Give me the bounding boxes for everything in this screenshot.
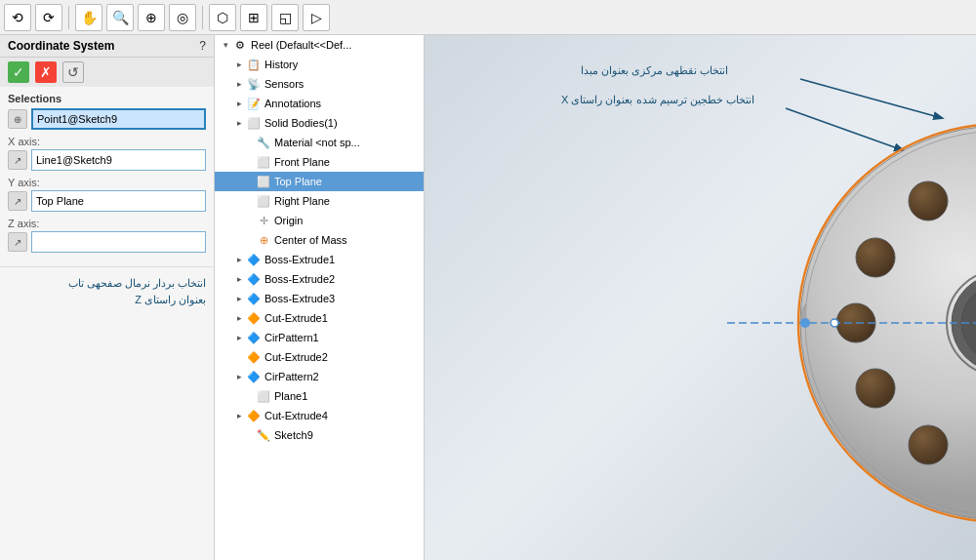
root-expand-icon[interactable]: ▾ bbox=[219, 40, 232, 50]
root-icon: ⚙ bbox=[232, 37, 248, 53]
tree-item-sketch9[interactable]: ✏️ Sketch9 bbox=[215, 425, 424, 445]
front-plane-label: Front Plane bbox=[274, 156, 330, 168]
history-label: History bbox=[264, 59, 298, 70]
cut4-expand-icon[interactable]: ▸ bbox=[232, 411, 246, 420]
cut2-icon: 🔶 bbox=[246, 349, 262, 365]
cut4-icon: 🔶 bbox=[246, 408, 262, 423]
sketch9-label: Sketch9 bbox=[274, 429, 313, 441]
tree-item-top-plane[interactable]: ⬜ Top Plane bbox=[215, 172, 424, 191]
tree-item-cut-extrude4[interactable]: ▸ 🔶 Cut-Extrude4 bbox=[215, 406, 424, 425]
toolbar-btn-1[interactable]: ⟲ bbox=[4, 4, 31, 31]
material-icon: 🔧 bbox=[256, 135, 271, 150]
toolbar-btn-3[interactable]: ✋ bbox=[75, 4, 102, 31]
help-icon[interactable]: ? bbox=[199, 39, 206, 53]
com-label: Center of Mass bbox=[274, 234, 347, 246]
svg-point-23 bbox=[800, 318, 810, 328]
sensors-icon: 📡 bbox=[246, 76, 262, 92]
viewport-svg bbox=[425, 35, 976, 560]
tree-item-plane1[interactable]: ⬜ Plane1 bbox=[215, 386, 424, 406]
toolbar-btn-8[interactable]: ⊞ bbox=[240, 4, 267, 31]
point-input-row: ⊕ bbox=[8, 108, 206, 130]
toolbar-btn-6[interactable]: ◎ bbox=[169, 4, 196, 31]
coordinate-system-header: Coordinate System ? bbox=[0, 35, 214, 58]
tree-item-history[interactable]: ▸ 📋 History bbox=[215, 55, 424, 74]
tree-item-sensors[interactable]: ▸ 📡 Sensors bbox=[215, 74, 424, 94]
y-axis-input[interactable] bbox=[31, 190, 206, 212]
tree-item-boss-extrude1[interactable]: ▸ 🔷 Boss-Extrude1 bbox=[215, 250, 424, 269]
right-plane-label: Right Plane bbox=[274, 195, 330, 207]
tree-item-center-of-mass[interactable]: ⊕ Center of Mass bbox=[215, 230, 424, 250]
svg-point-24 bbox=[831, 319, 838, 327]
confirm-ok-button[interactable]: ✓ bbox=[8, 61, 29, 83]
selections-section: Selections ⊕ X axis: ↗ Y axis: bbox=[0, 87, 214, 262]
sensors-label: Sensors bbox=[264, 78, 304, 90]
material-label: Material <not sp... bbox=[274, 137, 360, 148]
tree-item-cut-extrude1[interactable]: ▸ 🔶 Cut-Extrude1 bbox=[215, 308, 424, 328]
selections-label: Selections bbox=[8, 93, 206, 104]
plane1-icon: ⬜ bbox=[256, 388, 271, 404]
toolbar-btn-2[interactable]: ⟳ bbox=[35, 4, 62, 31]
confirm-row: ✓ ✗ ↺ bbox=[0, 58, 214, 87]
toolbar-btn-7[interactable]: ⬡ bbox=[209, 4, 236, 31]
tree-item-cut-extrude2[interactable]: 🔶 Cut-Extrude2 bbox=[215, 347, 424, 367]
solid-bodies-expand-icon[interactable]: ▸ bbox=[232, 118, 246, 128]
rebuild-button[interactable]: ↺ bbox=[62, 61, 84, 83]
x-axis-input[interactable] bbox=[31, 149, 206, 171]
z-axis-input[interactable] bbox=[31, 231, 206, 253]
z-axis-annotation: انتخاب بردار نرمال صفحهی تاببعنوان راستا… bbox=[0, 266, 214, 315]
tree-root[interactable]: ▾ ⚙ Reel (Default<<Def... bbox=[215, 35, 424, 55]
com-icon: ⊕ bbox=[256, 232, 271, 248]
cut2-label: Cut-Extrude2 bbox=[264, 351, 328, 363]
top-plane-icon: ⬜ bbox=[256, 174, 271, 189]
tree-item-solid-bodies[interactable]: ▸ ⬜ Solid Bodies(1) bbox=[215, 113, 424, 133]
tree-item-cirpattern1[interactable]: ▸ 🔷 CirPattern1 bbox=[215, 328, 424, 347]
boss1-icon: 🔷 bbox=[246, 252, 262, 267]
header-icons: ? bbox=[199, 39, 206, 53]
tree-item-front-plane[interactable]: ⬜ Front Plane bbox=[215, 152, 424, 172]
z-axis-field: Z axis: ↗ bbox=[8, 218, 206, 253]
boss2-label: Boss-Extrude2 bbox=[264, 273, 335, 285]
x-axis-icon: ↗ bbox=[8, 150, 27, 170]
svg-line-1 bbox=[786, 108, 903, 150]
cut1-icon: 🔶 bbox=[246, 310, 262, 326]
boss3-icon: 🔷 bbox=[246, 291, 262, 306]
tree-item-material[interactable]: 🔧 Material <not sp... bbox=[215, 133, 424, 152]
point-input[interactable] bbox=[31, 108, 206, 130]
annotations-expand-icon[interactable]: ▸ bbox=[232, 99, 246, 108]
origin-label: Origin bbox=[274, 215, 303, 226]
svg-point-15 bbox=[856, 369, 895, 408]
toolbar-btn-9[interactable]: ◱ bbox=[271, 4, 299, 31]
boss2-icon: 🔷 bbox=[246, 271, 262, 287]
confirm-cancel-button[interactable]: ✗ bbox=[35, 61, 57, 83]
toolbar-btn-10[interactable]: ▷ bbox=[303, 4, 330, 31]
tree-item-boss-extrude3[interactable]: ▸ 🔷 Boss-Extrude3 bbox=[215, 289, 424, 308]
tree-item-annotations[interactable]: ▸ 📝 Annotations bbox=[215, 94, 424, 113]
x-axis-row: ↗ bbox=[8, 149, 206, 171]
x-axis-label: X axis: bbox=[8, 136, 206, 147]
tree-item-right-plane[interactable]: ⬜ Right Plane bbox=[215, 191, 424, 211]
toolbar-separator-2 bbox=[202, 6, 203, 29]
boss2-expand-icon[interactable]: ▸ bbox=[232, 274, 246, 284]
cirp2-expand-icon[interactable]: ▸ bbox=[232, 372, 246, 381]
tree-item-boss-extrude2[interactable]: ▸ 🔷 Boss-Extrude2 bbox=[215, 269, 424, 289]
feature-tree-panel[interactable]: ▾ ⚙ Reel (Default<<Def... ▸ 📋 History ▸ … bbox=[215, 35, 425, 560]
tree-item-cirpattern2[interactable]: ▸ 🔷 CirPattern2 bbox=[215, 367, 424, 386]
solid-bodies-label: Solid Bodies(1) bbox=[264, 117, 338, 129]
boss1-expand-icon[interactable]: ▸ bbox=[232, 255, 246, 264]
z-annotation-text: انتخاب بردار نرمال صفحهی تاببعنوان راستا… bbox=[68, 277, 206, 305]
sensors-expand-icon[interactable]: ▸ bbox=[232, 79, 246, 89]
boss1-label: Boss-Extrude1 bbox=[264, 254, 335, 265]
cirp1-icon: 🔷 bbox=[246, 330, 262, 345]
cirp1-expand-icon[interactable]: ▸ bbox=[232, 333, 246, 342]
y-axis-icon: ↗ bbox=[8, 191, 27, 211]
z-axis-row: ↗ bbox=[8, 231, 206, 253]
plane1-label: Plane1 bbox=[274, 390, 307, 402]
cut1-expand-icon[interactable]: ▸ bbox=[232, 313, 246, 323]
toolbar-btn-4[interactable]: 🔍 bbox=[106, 4, 134, 31]
3d-viewport[interactable]: انتخاب نقطهی مرکزی بعنوان مبدا انتخاب خط… bbox=[425, 35, 976, 560]
history-expand-icon[interactable]: ▸ bbox=[232, 60, 246, 69]
boss3-expand-icon[interactable]: ▸ bbox=[232, 294, 246, 303]
toolbar-btn-5[interactable]: ⊕ bbox=[138, 4, 165, 31]
svg-point-18 bbox=[909, 181, 948, 220]
tree-item-origin[interactable]: ✛ Origin bbox=[215, 211, 424, 230]
